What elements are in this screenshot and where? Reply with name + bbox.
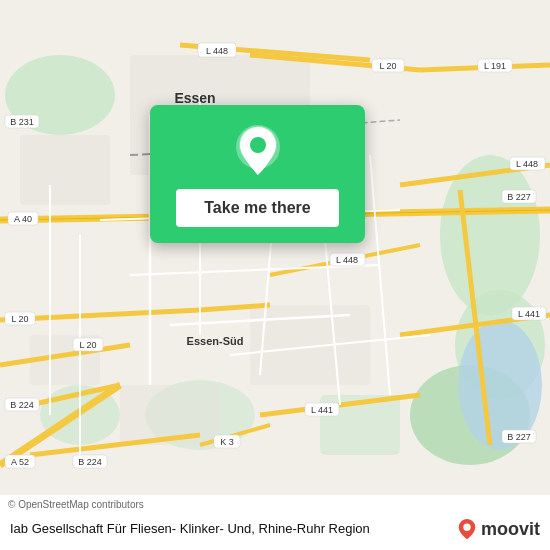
svg-text:Essen: Essen <box>174 90 215 106</box>
svg-rect-12 <box>120 385 220 445</box>
take-me-there-button[interactable]: Take me there <box>176 189 338 227</box>
moovit-brand-text: moovit <box>481 519 540 540</box>
svg-text:B 224: B 224 <box>78 457 102 467</box>
map-container: L 448 L 20 L 191 B 231 A 40 L 448 L 441 … <box>0 0 550 550</box>
svg-text:L 448: L 448 <box>206 46 228 56</box>
moovit-logo: moovit <box>457 518 540 540</box>
svg-text:B 231: B 231 <box>10 117 34 127</box>
svg-text:L 20: L 20 <box>79 340 96 350</box>
svg-text:L 448: L 448 <box>336 255 358 265</box>
svg-text:K 3: K 3 <box>220 437 234 447</box>
svg-point-83 <box>463 524 470 531</box>
location-name: Iab Gesellschaft Für Fliesen- Klinker- U… <box>10 521 447 538</box>
svg-text:L 441: L 441 <box>518 309 540 319</box>
svg-text:L 20: L 20 <box>379 61 396 71</box>
svg-rect-10 <box>20 135 110 205</box>
location-card: Take me there <box>150 105 365 243</box>
svg-text:L 191: L 191 <box>484 61 506 71</box>
svg-text:B 224: B 224 <box>10 400 34 410</box>
svg-text:L 441: L 441 <box>311 405 333 415</box>
svg-text:A 40: A 40 <box>14 214 32 224</box>
svg-text:L 448: L 448 <box>516 159 538 169</box>
svg-text:Essen-Süd: Essen-Süd <box>187 335 244 347</box>
bottom-bar: © OpenStreetMap contributors Iab Gesells… <box>0 495 550 550</box>
moovit-pin-icon <box>457 518 477 540</box>
map-attribution: © OpenStreetMap contributors <box>0 495 550 512</box>
map-background: L 448 L 20 L 191 B 231 A 40 L 448 L 441 … <box>0 0 550 550</box>
svg-point-82 <box>250 137 266 153</box>
svg-text:L 20: L 20 <box>11 314 28 324</box>
svg-text:A 52: A 52 <box>11 457 29 467</box>
location-info: Iab Gesellschaft Für Fliesen- Klinker- U… <box>0 512 550 550</box>
svg-text:B 227: B 227 <box>507 432 531 442</box>
svg-text:B 227: B 227 <box>507 192 531 202</box>
pin-icon <box>236 125 280 177</box>
